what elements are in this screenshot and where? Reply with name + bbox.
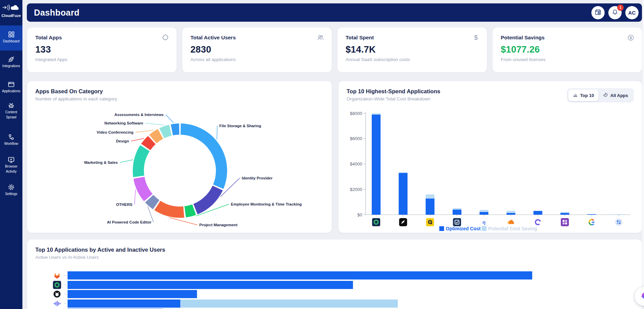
label-connector [217,126,217,140]
navy-checkbox-app-icon [453,218,461,226]
header: Dashboard 1 AC [27,3,642,22]
donut-segment-assessments-interviews[interactable] [172,129,179,130]
notifications-button[interactable]: 1 [608,6,622,19]
category-donut-chart[interactable]: File Storage & SharingIdentity ProviderE… [27,81,332,233]
workflow-nodes-icon [7,133,15,141]
apps-by-category-card: Apps Based On Category Number of applica… [27,81,332,233]
bar-optimized-cost[interactable] [507,213,515,215]
bar-optimized-cost[interactable] [399,173,407,215]
sidebar-item-browser-activity[interactable]: Browser Activity [0,156,22,174]
sidebar-item-content-sprawl[interactable]: Content Sprawl [0,102,22,120]
bar-active-users[interactable] [68,281,353,289]
donut-label: OTHERS [116,202,132,207]
active-inactive-users-card: Top 10 Applications by Active and Inacti… [27,239,642,309]
label-connector [169,217,197,225]
scrollbar[interactable] [642,0,644,309]
donut-segment-design[interactable] [146,140,152,147]
svg-text:rj: rj [482,220,485,225]
card-subtitle: Active Users vs In Active Users [35,255,634,260]
waveform-app-icon [54,301,60,306]
brand-name: CloudFuze [0,14,22,18]
green-ring-app-icon [372,218,380,226]
bar-optimized-cost[interactable] [453,210,461,215]
sidebar-item-integrations[interactable]: Integrations [0,56,22,69]
label-connector [120,160,133,162]
bar-potential-saving[interactable] [372,113,381,115]
yellow-app-icon [426,218,434,226]
pie-chart-icon [603,92,608,98]
toggle-top10-button[interactable]: Top 10 [568,90,599,101]
calendar-button[interactable] [591,6,605,19]
bar-potential-saving[interactable] [426,194,435,198]
bar-optimized-cost[interactable] [426,198,435,215]
donut-segment-file-storage-sharing[interactable] [181,129,221,187]
stat-subtitle: Integrated Apps [35,57,168,62]
donut-segment-employee-monitoring-time-tracking[interactable] [185,210,194,212]
card-title: Apps Based On Category [35,88,324,95]
stat-title: Potential Savings [501,35,634,41]
label-connector [131,138,144,141]
bar-chart-icon [573,92,578,98]
legend-swatch [482,226,486,231]
bar-optimized-cost[interactable] [533,211,542,215]
label-connector [166,115,173,123]
toggle-allapps-button[interactable]: All Apps [599,90,632,101]
blue-grid-app-icon [615,218,623,226]
card-title: Top 10 Applications by Active and Inacti… [35,247,634,253]
y-tick-label: $2000 [350,187,362,192]
donut-label: Networking Software [105,121,143,125]
bar-active-users[interactable] [68,271,532,279]
cloudfuze-logo-icon [2,2,20,13]
sidebar-item-label: Settings [0,191,22,197]
bar-active-users[interactable] [68,300,180,308]
window-icon [7,81,15,88]
brand-logo[interactable]: CloudFuze [0,2,22,18]
sidebar-item-label: Dashboard [0,38,22,44]
monitor-check-icon [7,156,15,163]
bar-potential-saving[interactable] [507,211,515,213]
donut-segment-others[interactable] [139,178,148,197]
svg-text:$: $ [630,36,632,40]
stat-subtitle: From unused licenses [501,57,634,62]
sidebar-item-workflow[interactable]: Workflow [0,133,22,147]
bar-potential-saving[interactable] [560,212,569,213]
bar-optimized-cost[interactable] [560,213,569,215]
y-tick-label: $0 [357,212,362,217]
y-tick-label: $6000 [350,136,362,141]
sidebar-item-dashboard[interactable]: Dashboard [0,25,22,51]
bar-potential-saving[interactable] [614,214,623,215]
spend-bar-chart[interactable]: $0$2000$4000$6000$8000rjOptimized CostPo… [338,81,642,233]
donut-segment-networking-software[interactable] [162,130,171,133]
donut-segment-project-management[interactable] [158,206,184,212]
puzzle-icon [162,34,169,43]
sidebar-item-settings[interactable]: Settings [0,184,22,197]
donut-segment-identity-provider[interactable] [196,188,218,209]
bar-optimized-cost[interactable] [480,212,489,215]
bug-icon [7,102,15,109]
bar-optimized-cost[interactable] [372,115,381,215]
donut-label: AI Powered Code Editor [107,220,152,224]
bar-potential-saving[interactable] [453,208,461,210]
bar-active-users[interactable] [68,290,197,298]
stat-cards: Total Apps133Integrated AppsTotal Active… [27,27,642,73]
bar-optimized-cost[interactable] [587,214,596,215]
dashboard-grid-icon [7,31,15,38]
donut-segment-ai-powered-code-editor[interactable] [149,199,156,205]
highest-spend-card: Top 10 Highest-Spend Applications Organi… [338,81,642,233]
stat-card-potential-savings: Potential Savings$$1077.26From unused li… [492,27,642,73]
stat-value: 2830 [190,44,324,55]
legend-swatch [439,226,444,231]
bar-potential-saving[interactable] [480,210,489,212]
bar-inactive-users[interactable] [180,300,398,308]
avatar[interactable]: AC [625,6,639,19]
stat-value: 133 [35,44,168,55]
bar-potential-saving[interactable] [399,172,407,173]
donut-label: Assessments & Interviews [114,113,164,117]
card-subtitle: Number of applications in each category [35,96,324,101]
stat-value: $1077.26 [501,44,634,55]
sidebar-item-applications[interactable]: Applications [0,81,22,94]
donut-segment-video-conferencing[interactable] [153,134,160,139]
notification-badge: 1 [617,4,624,11]
donut-segment-marketing-sales[interactable] [138,148,145,176]
stat-subtitle: Annual SaaS subscription costs [346,57,479,62]
